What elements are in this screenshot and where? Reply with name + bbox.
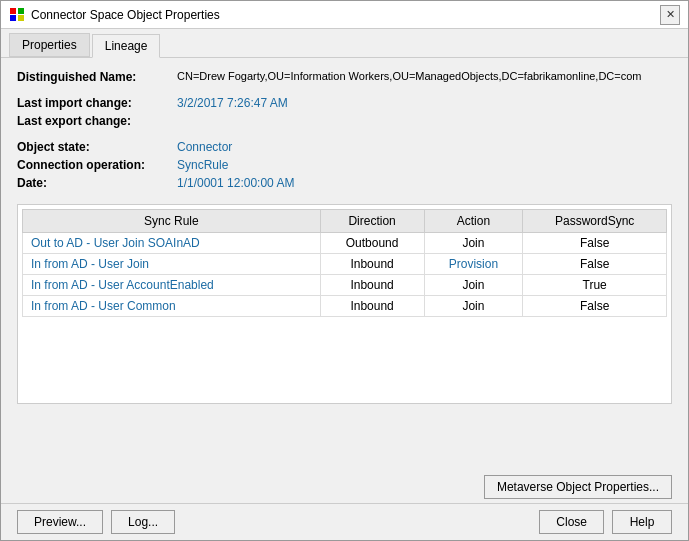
last-import-row: Last import change: 3/2/2017 7:26:47 AM — [17, 96, 672, 110]
title-bar-buttons: ✕ — [660, 5, 680, 25]
sync-table: Sync Rule Direction Action PasswordSync … — [22, 209, 667, 317]
date-row: Date: 1/1/0001 12:00:00 AM — [17, 176, 672, 190]
object-state-value: Connector — [177, 140, 232, 154]
cell-sync-rule: Out to AD - User Join SOAInAD — [23, 233, 321, 254]
app-icon — [9, 7, 25, 23]
close-button[interactable]: ✕ — [660, 5, 680, 25]
last-import-label: Last import change: — [17, 96, 177, 110]
cell-direction: Inbound — [320, 296, 424, 317]
table-row: In from AD - User CommonInboundJoinFalse — [23, 296, 667, 317]
distinguished-name-row: Distinguished Name: CN=Drew Fogarty,OU=I… — [17, 70, 672, 84]
object-state-label: Object state: — [17, 140, 177, 154]
main-window: Connector Space Object Properties ✕ Prop… — [0, 0, 689, 541]
table-row: In from AD - User JoinInboundProvisionFa… — [23, 254, 667, 275]
connection-operation-label: Connection operation: — [17, 158, 177, 172]
footer: Preview... Log... Close Help — [1, 503, 688, 540]
close-dialog-button[interactable]: Close — [539, 510, 604, 534]
cell-action: Join — [424, 233, 523, 254]
distinguished-name-label: Distinguished Name: — [17, 70, 177, 84]
cell-password-sync: False — [523, 254, 667, 275]
tab-lineage[interactable]: Lineage — [92, 34, 161, 58]
cell-action: Join — [424, 296, 523, 317]
col-password-sync: PasswordSync — [523, 210, 667, 233]
last-import-value: 3/2/2017 7:26:47 AM — [177, 96, 288, 110]
tab-properties[interactable]: Properties — [9, 33, 90, 57]
title-bar-left: Connector Space Object Properties — [9, 7, 220, 23]
metaverse-properties-button[interactable]: Metaverse Object Properties... — [484, 475, 672, 499]
date-value: 1/1/0001 12:00:00 AM — [177, 176, 294, 190]
preview-button[interactable]: Preview... — [17, 510, 103, 534]
cell-direction: Outbound — [320, 233, 424, 254]
cell-direction: Inbound — [320, 275, 424, 296]
log-button[interactable]: Log... — [111, 510, 175, 534]
connection-operation-value: SyncRule — [177, 158, 228, 172]
footer-right-buttons: Close Help — [539, 510, 672, 534]
col-action: Action — [424, 210, 523, 233]
connection-operation-row: Connection operation: SyncRule — [17, 158, 672, 172]
object-state-row: Object state: Connector — [17, 140, 672, 154]
main-content: Distinguished Name: CN=Drew Fogarty,OU=I… — [1, 58, 688, 469]
help-button[interactable]: Help — [612, 510, 672, 534]
cell-sync-rule: In from AD - User AccountEnabled — [23, 275, 321, 296]
cell-password-sync: False — [523, 296, 667, 317]
date-label: Date: — [17, 176, 177, 190]
cell-password-sync: True — [523, 275, 667, 296]
last-export-row: Last export change: — [17, 114, 672, 128]
cell-direction: Inbound — [320, 254, 424, 275]
title-bar: Connector Space Object Properties ✕ — [1, 1, 688, 29]
table-row: Out to AD - User Join SOAInADOutboundJoi… — [23, 233, 667, 254]
col-direction: Direction — [320, 210, 424, 233]
cell-password-sync: False — [523, 233, 667, 254]
footer-left-buttons: Preview... Log... — [17, 510, 175, 534]
cell-action: Provision — [424, 254, 523, 275]
tab-bar: Properties Lineage — [1, 29, 688, 58]
cell-action: Join — [424, 275, 523, 296]
cell-sync-rule: In from AD - User Join — [23, 254, 321, 275]
table-wrapper: Sync Rule Direction Action PasswordSync … — [17, 204, 672, 404]
cell-sync-rule: In from AD - User Common — [23, 296, 321, 317]
col-sync-rule: Sync Rule — [23, 210, 321, 233]
metaverse-btn-row: Metaverse Object Properties... — [1, 469, 688, 503]
distinguished-name-value: CN=Drew Fogarty,OU=Information Workers,O… — [177, 70, 642, 82]
sync-rule-table-section: Sync Rule Direction Action PasswordSync … — [17, 204, 672, 457]
table-row: In from AD - User AccountEnabledInboundJ… — [23, 275, 667, 296]
window-title: Connector Space Object Properties — [31, 8, 220, 22]
last-export-label: Last export change: — [17, 114, 177, 128]
